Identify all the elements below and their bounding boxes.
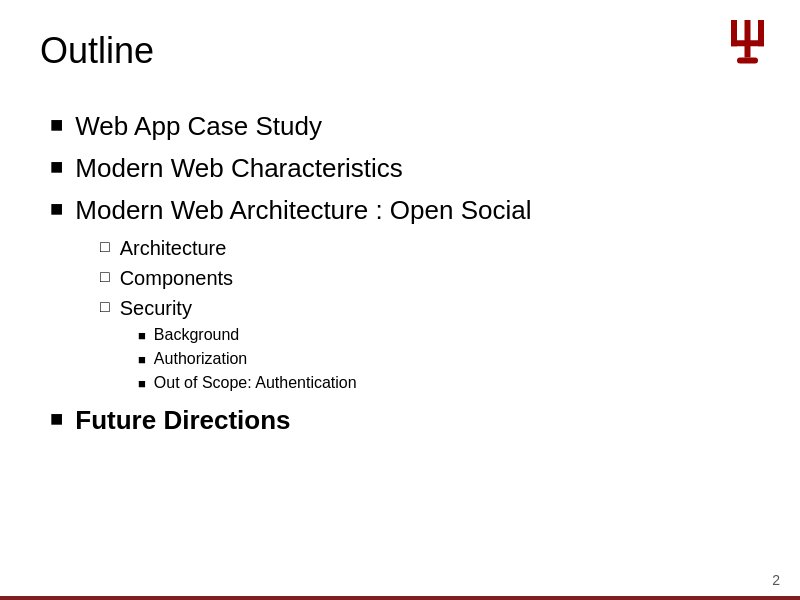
bullet-marker-l3: ■	[138, 352, 146, 367]
list-item: ■ Background	[138, 325, 760, 346]
sub3-text: Security	[120, 295, 192, 321]
list-item: □ Security	[100, 295, 760, 321]
bullet-marker-l1: ■	[50, 112, 63, 138]
slide: Outline ■ Web App Case Study ■ Modern We…	[0, 0, 800, 600]
sub-list: □ Architecture □ Components □ Security ■…	[100, 235, 760, 393]
bullet-marker-l2: □	[100, 238, 110, 256]
sub1-text: Architecture	[120, 235, 227, 261]
list-item: ■ Modern Web Characteristics	[50, 152, 760, 186]
page-number: 2	[772, 572, 780, 588]
slide-content: ■ Web App Case Study ■ Modern Web Charac…	[40, 110, 760, 438]
ss3-text: Out of Scope: Authentication	[154, 373, 357, 394]
list-item: ■ Out of Scope: Authentication	[138, 373, 760, 394]
list-item: ■ Future Directions	[50, 404, 760, 438]
bottom-bar	[0, 596, 800, 600]
ss1-text: Background	[154, 325, 239, 346]
bullet-marker-l3: ■	[138, 328, 146, 343]
bullet3-text: Modern Web Architecture : Open Social	[75, 194, 531, 228]
bullet-marker-l1: ■	[50, 406, 63, 432]
svg-rect-3	[731, 40, 764, 46]
list-item: ■ Authorization	[138, 349, 760, 370]
bullet2-text: Modern Web Characteristics	[75, 152, 403, 186]
list-item: □ Architecture	[100, 235, 760, 261]
bullet-marker-l1: ■	[50, 154, 63, 180]
bullet-marker-l3: ■	[138, 376, 146, 391]
bullet1-text: Web App Case Study	[75, 110, 322, 144]
ss2-text: Authorization	[154, 349, 247, 370]
list-item: □ Components	[100, 265, 760, 291]
bullet-marker-l2: □	[100, 298, 110, 316]
bullet4-text: Future Directions	[75, 404, 290, 438]
sub-sub-list: ■ Background ■ Authorization ■ Out of Sc…	[138, 325, 760, 393]
bullet-marker-l1: ■	[50, 196, 63, 222]
iu-logo	[725, 20, 770, 70]
svg-rect-0	[745, 20, 751, 58]
list-item: ■ Web App Case Study	[50, 110, 760, 144]
bullet-marker-l2: □	[100, 268, 110, 286]
sub2-text: Components	[120, 265, 233, 291]
svg-rect-4	[737, 58, 758, 64]
slide-title: Outline	[40, 30, 760, 80]
list-item: ■ Modern Web Architecture : Open Social	[50, 194, 760, 228]
